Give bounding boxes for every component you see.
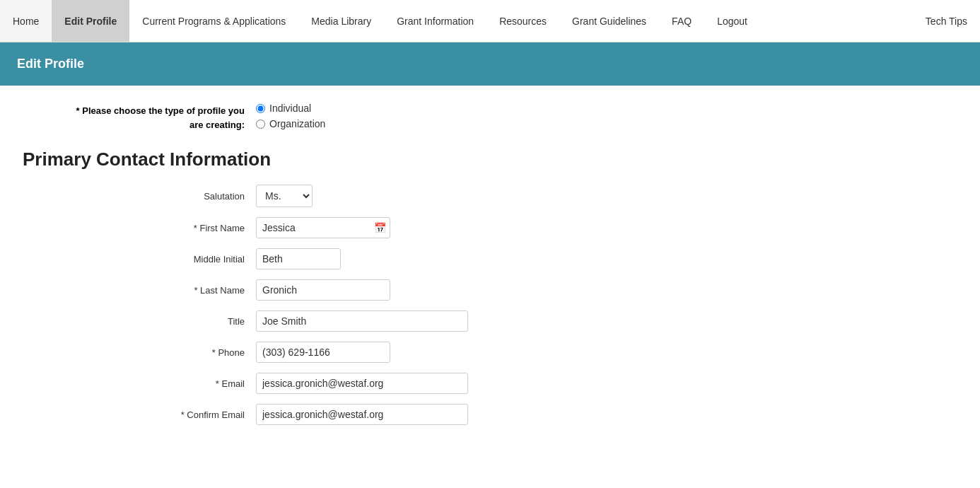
first-name-label: * First Name bbox=[23, 223, 256, 233]
nav-faq[interactable]: FAQ bbox=[659, 0, 704, 42]
nav-current-programs[interactable]: Current Programs & Applications bbox=[129, 0, 298, 42]
title-input[interactable] bbox=[256, 310, 468, 332]
radio-individual[interactable]: Individual bbox=[256, 103, 325, 114]
title-label: Title bbox=[23, 316, 256, 327]
last-name-label: * Last Name bbox=[23, 285, 256, 296]
radio-individual-input[interactable] bbox=[256, 104, 265, 113]
profile-type-row: * Please choose the type of profile you … bbox=[23, 103, 957, 132]
phone-row: * Phone bbox=[23, 342, 957, 363]
nav-edit-profile[interactable]: Edit Profile bbox=[52, 0, 129, 42]
nav-home[interactable]: Home bbox=[0, 0, 52, 42]
confirm-email-row: * Confirm Email bbox=[23, 404, 957, 425]
first-name-row: * First Name 📅 bbox=[23, 217, 957, 238]
radio-organization[interactable]: Organization bbox=[256, 118, 325, 129]
last-name-input[interactable] bbox=[256, 279, 390, 301]
page-header: Edit Profile bbox=[0, 42, 980, 86]
nav-grant-guidelines[interactable]: Grant Guidelines bbox=[559, 0, 659, 42]
email-label: * Email bbox=[23, 378, 256, 389]
confirm-email-input[interactable] bbox=[256, 404, 468, 425]
middle-initial-input[interactable] bbox=[256, 248, 341, 269]
nav-spacer bbox=[760, 0, 913, 42]
nav-bar: Home Edit Profile Current Programs & App… bbox=[0, 0, 980, 42]
phone-input[interactable] bbox=[256, 342, 390, 363]
nav-resources[interactable]: Resources bbox=[486, 0, 559, 42]
last-name-row: * Last Name bbox=[23, 279, 957, 301]
nav-media-library[interactable]: Media Library bbox=[298, 0, 384, 42]
email-input[interactable] bbox=[256, 373, 468, 394]
radio-organization-input[interactable] bbox=[256, 120, 265, 129]
page-title: Edit Profile bbox=[17, 57, 84, 71]
salutation-label: Salutation bbox=[23, 191, 256, 202]
nav-grant-information[interactable]: Grant Information bbox=[384, 0, 486, 42]
main-content: * Please choose the type of profile you … bbox=[0, 86, 980, 488]
middle-initial-row: Middle Initial bbox=[23, 248, 957, 269]
profile-type-label: * Please choose the type of profile you … bbox=[23, 103, 256, 132]
profile-type-options: Individual Organization bbox=[256, 103, 325, 129]
phone-label: * Phone bbox=[23, 347, 256, 358]
middle-initial-label: Middle Initial bbox=[23, 254, 256, 265]
salutation-row: Salutation Ms. Mr. Mrs. Dr. Prof. bbox=[23, 185, 957, 207]
section-heading: Primary Contact Information bbox=[23, 149, 957, 170]
first-name-input[interactable] bbox=[256, 217, 390, 238]
first-name-wrapper: 📅 bbox=[256, 217, 390, 238]
title-row: Title bbox=[23, 310, 957, 332]
nav-tech-tips[interactable]: Tech Tips bbox=[913, 0, 980, 42]
email-row: * Email bbox=[23, 373, 957, 394]
salutation-select[interactable]: Ms. Mr. Mrs. Dr. Prof. bbox=[256, 185, 313, 207]
confirm-email-label: * Confirm Email bbox=[23, 409, 256, 420]
nav-logout[interactable]: Logout bbox=[704, 0, 760, 42]
